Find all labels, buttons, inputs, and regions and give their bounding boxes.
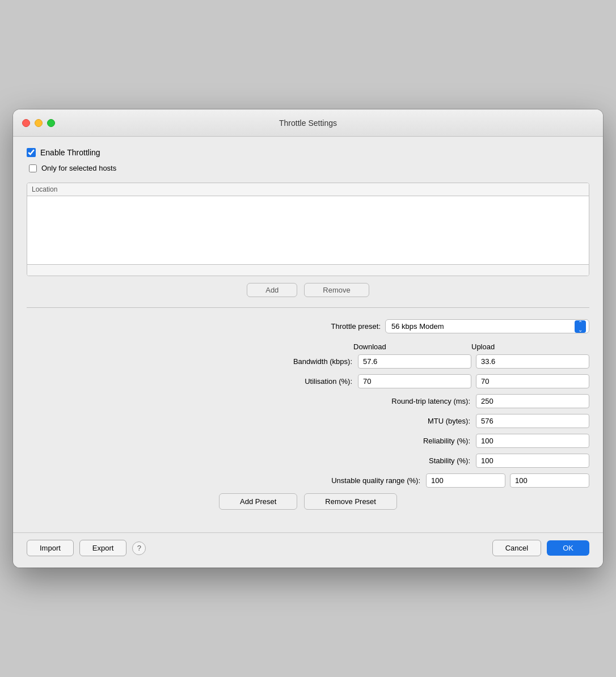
- utilisation-label: Utilisation (%):: [233, 377, 358, 386]
- cancel-button[interactable]: Cancel: [492, 540, 541, 556]
- help-button[interactable]: ?: [132, 541, 146, 555]
- reliability-row: Reliability (%):: [27, 434, 589, 448]
- export-button[interactable]: Export: [79, 540, 127, 556]
- bottom-left: Import Export ?: [27, 540, 146, 556]
- only-hosts-checkbox[interactable]: [29, 164, 37, 172]
- add-host-button[interactable]: Add: [247, 283, 297, 297]
- bandwidth-fields: [358, 354, 589, 369]
- ok-button[interactable]: OK: [547, 540, 589, 556]
- latency-input[interactable]: [476, 394, 589, 408]
- utilisation-row: Utilisation (%):: [27, 374, 589, 388]
- hosts-table: Location: [27, 183, 589, 276]
- unstable-quality-label: Unstable quality range (%):: [301, 476, 426, 485]
- mtu-label: MTU (bytes):: [351, 417, 476, 425]
- unstable-quality-row: Unstable quality range (%):: [27, 473, 589, 488]
- utilisation-download-input[interactable]: [358, 374, 471, 388]
- reliability-label: Reliability (%):: [351, 437, 476, 445]
- window-title: Throttle Settings: [279, 119, 337, 128]
- throttle-preset-row: Throttle preset: 56 kbps Modem 256 kbps …: [27, 319, 589, 333]
- hosts-table-footer: [27, 264, 589, 276]
- column-headers-inner: Download Upload: [353, 342, 589, 351]
- enable-throttling-label: Enable Throttling: [40, 148, 100, 157]
- bandwidth-row: Bandwidth (kbps):: [27, 354, 589, 369]
- hosts-table-header: Location: [27, 183, 589, 196]
- mtu-input[interactable]: [476, 414, 589, 428]
- enable-throttling-checkbox[interactable]: [27, 148, 36, 157]
- bandwidth-label: Bandwidth (kbps):: [233, 357, 358, 366]
- maximize-button[interactable]: [47, 119, 55, 127]
- bottom-bar: Import Export ? Cancel OK: [13, 532, 603, 568]
- main-content: Enable Throttling Only for selected host…: [13, 137, 603, 532]
- remove-host-button[interactable]: Remove: [304, 283, 369, 297]
- add-remove-row: Add Remove: [27, 283, 589, 297]
- utilisation-fields: [358, 374, 589, 388]
- stability-label: Stability (%):: [351, 456, 476, 465]
- stability-fields: [476, 454, 589, 468]
- reliability-input[interactable]: [476, 434, 589, 448]
- add-preset-button[interactable]: Add Preset: [219, 493, 297, 510]
- throttle-preset-label: Throttle preset:: [331, 322, 381, 331]
- bandwidth-download-input[interactable]: [358, 354, 471, 369]
- only-hosts-label: Only for selected hosts: [41, 164, 116, 172]
- throttle-preset-select[interactable]: 56 kbps Modem 256 kbps DSL 512 kbps DSL …: [385, 319, 589, 333]
- stability-row: Stability (%):: [27, 454, 589, 468]
- divider: [27, 307, 589, 308]
- column-headers-row: Download Upload: [27, 342, 589, 351]
- unstable-quality-fields: [426, 473, 589, 488]
- latency-row: Round-trip latency (ms):: [27, 394, 589, 408]
- bottom-right: Cancel OK: [492, 540, 589, 556]
- unstable-quality-input-1[interactable]: [426, 473, 505, 488]
- mtu-fields: [476, 414, 589, 428]
- only-hosts-row: Only for selected hosts: [29, 164, 589, 172]
- window: Throttle Settings Enable Throttling Only…: [13, 109, 603, 568]
- latency-fields: [476, 394, 589, 408]
- utilisation-upload-input[interactable]: [476, 374, 589, 388]
- preset-buttons-row: Add Preset Remove Preset: [27, 493, 589, 510]
- enable-throttling-row: Enable Throttling: [27, 148, 589, 157]
- traffic-lights: [22, 119, 55, 127]
- unstable-quality-input-2[interactable]: [510, 473, 589, 488]
- latency-label: Round-trip latency (ms):: [351, 397, 476, 405]
- stability-input[interactable]: [476, 454, 589, 468]
- mtu-row: MTU (bytes):: [27, 414, 589, 428]
- close-button[interactable]: [22, 119, 30, 127]
- upload-column-header: Upload: [471, 342, 589, 351]
- reliability-fields: [476, 434, 589, 448]
- remove-preset-button[interactable]: Remove Preset: [304, 493, 397, 510]
- throttle-preset-wrapper: 56 kbps Modem 256 kbps DSL 512 kbps DSL …: [385, 319, 589, 333]
- download-column-header: Download: [353, 342, 471, 351]
- hosts-table-body[interactable]: [27, 196, 589, 264]
- titlebar: Throttle Settings: [13, 109, 603, 137]
- import-button[interactable]: Import: [27, 540, 74, 556]
- minimize-button[interactable]: [35, 119, 43, 127]
- bandwidth-upload-input[interactable]: [476, 354, 589, 369]
